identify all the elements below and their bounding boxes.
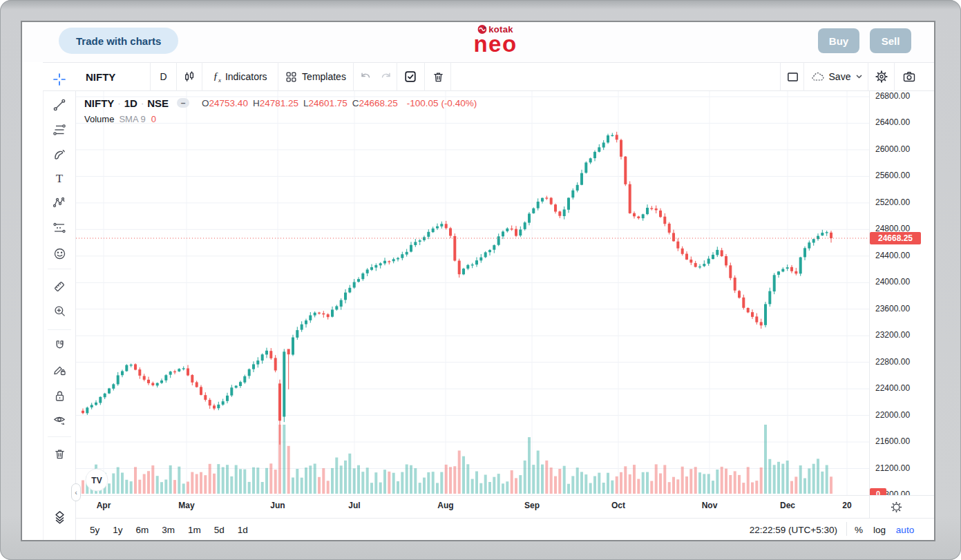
tool-ruler[interactable] [43, 275, 76, 298]
legend-volume-label[interactable]: Volume [84, 114, 114, 124]
range-button-5y[interactable]: 5y [90, 525, 99, 535]
price-tick: 26400.00 [875, 117, 910, 127]
range-button-5d[interactable]: 5d [214, 525, 225, 535]
legend-interval[interactable]: 1D [124, 97, 137, 109]
tool-hide-drawings[interactable] [43, 408, 76, 432]
sell-label: Sell [882, 35, 900, 47]
percent-scale-button[interactable]: % [851, 521, 866, 539]
tool-brush[interactable] [43, 143, 76, 166]
tool-drawing-lock[interactable] [43, 358, 76, 381]
time-tick-Apr: Apr [88, 501, 119, 510]
tool-remove-all[interactable] [43, 442, 76, 465]
range-button-3m[interactable]: 3m [162, 525, 175, 535]
time-tick-Nov: Nov [694, 501, 725, 510]
time-tick-20: 20 [832, 501, 862, 510]
range-button-6m[interactable]: 6m [136, 525, 149, 535]
fx-icon: ƒx [213, 70, 221, 84]
price-tick: 23200.00 [875, 330, 910, 340]
chart-canvas[interactable]: TV NIFTY · 1D · NSE – O24753.40H24781.25… [76, 91, 869, 495]
tool-crosshair[interactable] [43, 68, 76, 91]
clock[interactable]: 22:22:59 (UTC+5:30) [685, 521, 837, 539]
tool-magnet[interactable] [43, 334, 76, 357]
range-button-1y[interactable]: 1y [113, 525, 122, 535]
price-tick: 24400.00 [875, 251, 910, 260]
range-button-1d[interactable]: 1d [238, 525, 248, 535]
templates-button[interactable]: Templates [278, 62, 353, 91]
log-scale-button[interactable]: log [869, 521, 890, 539]
buy-button[interactable]: Buy [818, 28, 859, 53]
tool-fib-retracement[interactable] [43, 118, 76, 142]
interval-button[interactable]: D [151, 62, 176, 91]
indicators-label: Indicators [225, 71, 267, 82]
range-button-1m[interactable]: 1m [188, 525, 201, 535]
price-tick: 21200.00 [875, 463, 910, 473]
redo-button[interactable] [376, 62, 397, 91]
price-tick: 25200.00 [875, 197, 910, 207]
time-tick-May: May [171, 501, 202, 510]
checkbox-icon [403, 70, 417, 84]
gear-icon [875, 70, 888, 84]
tool-zoom-in[interactable] [43, 299, 76, 322]
price-tick: 25600.00 [875, 171, 910, 180]
undo-button[interactable] [355, 62, 376, 91]
save-label: Save [829, 71, 851, 82]
price-tick: 22800.00 [875, 357, 910, 367]
checkbox-tool-button[interactable] [398, 62, 423, 91]
price-axis[interactable]: 26800.0026400.0026000.0025600.0025200.00… [869, 91, 934, 495]
screenshot-button[interactable] [895, 62, 923, 91]
trade-with-charts-button[interactable]: Trade with charts [59, 28, 178, 54]
time-tick-Sep: Sep [517, 501, 547, 510]
sidebar-collapse-tab[interactable]: ‹ [71, 483, 81, 501]
rectangle-icon [786, 70, 799, 84]
legend-exchange[interactable]: NSE [147, 97, 169, 109]
chart-legend: NIFTY · 1D · NSE – O24753.40H24781.25L24… [84, 95, 477, 126]
auto-scale-button[interactable]: auto [891, 521, 919, 539]
save-button[interactable]: Save [806, 62, 867, 91]
time-tick-Oct: Oct [603, 501, 634, 510]
indicators-button[interactable]: ƒx Indicators [202, 62, 278, 91]
price-tick: 26000.00 [875, 144, 910, 154]
symbol-button[interactable]: NIFTY [76, 62, 150, 91]
delete-tool-button[interactable] [426, 62, 450, 91]
price-tick: 23600.00 [875, 304, 910, 313]
buy-label: Buy [829, 35, 848, 47]
legend-collapse-button[interactable]: – [177, 98, 189, 108]
range-selector: 5y1y6m3m1m5d1d [90, 521, 261, 539]
trash-icon [432, 70, 445, 84]
tool-text[interactable]: T [43, 166, 76, 190]
sell-button[interactable]: Sell [870, 28, 911, 53]
axis-settings-gear-icon[interactable] [890, 501, 903, 514]
neo-wordmark: neo [473, 32, 517, 55]
bottom-bar-divider [846, 522, 847, 536]
tool-position[interactable] [43, 216, 76, 240]
legend-change: -100.05 (-0.40%) [407, 98, 477, 108]
legend-ohlc: O24753.40H24781.25L24601.75C24668.25 [202, 98, 403, 108]
legend-symbol[interactable]: NIFTY [84, 97, 114, 109]
chevron-down-icon[interactable] [856, 75, 862, 79]
app-window: Trade with charts kotak neo Buy Sell NIF… [21, 21, 935, 541]
tool-pattern[interactable] [43, 191, 76, 214]
tool-lock-all[interactable] [43, 384, 76, 407]
fullscreen-button[interactable] [781, 62, 804, 91]
legend-sma-label: SMA 9 [119, 114, 145, 124]
header: Trade with charts kotak neo Buy Sell [22, 22, 934, 62]
price-tick: 24000.00 [875, 277, 910, 287]
object-tree-button[interactable] [43, 505, 76, 529]
axis-corner-cell [869, 495, 934, 518]
time-tick-Jul: Jul [339, 501, 370, 510]
templates-grid-icon [285, 71, 297, 83]
price-chart[interactable]: TV [76, 91, 869, 495]
legend-separator: · [117, 98, 120, 108]
tool-emoji[interactable] [43, 242, 76, 265]
tool-trend-line[interactable] [43, 93, 76, 117]
legend-separator: · [141, 98, 144, 108]
svg-text:TV: TV [91, 476, 102, 485]
camera-icon [902, 70, 916, 83]
time-tick-Dec: Dec [772, 501, 803, 510]
interval-label: D [160, 71, 166, 82]
price-tick: 21600.00 [875, 436, 910, 446]
price-tick: 22000.00 [875, 410, 910, 420]
candle-style-button[interactable] [177, 62, 202, 91]
time-axis[interactable]: AprMayJunJulAugSepOctNovDec20 [76, 495, 869, 518]
settings-button[interactable] [869, 62, 894, 91]
